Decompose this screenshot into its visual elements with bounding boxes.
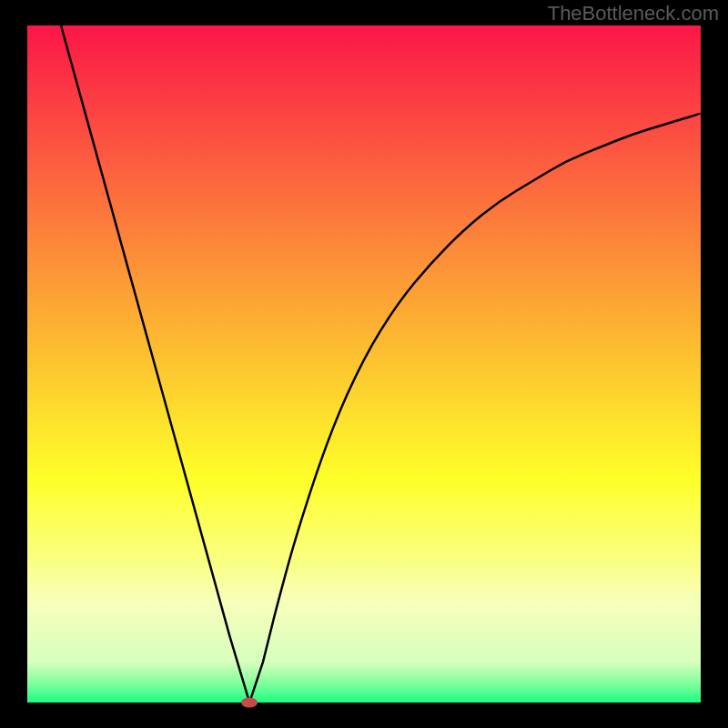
watermark-text: TheBottleneck.com bbox=[548, 2, 719, 25]
bottleneck-curve bbox=[27, 25, 701, 703]
optimal-marker bbox=[241, 698, 258, 708]
plot-area bbox=[27, 25, 701, 703]
